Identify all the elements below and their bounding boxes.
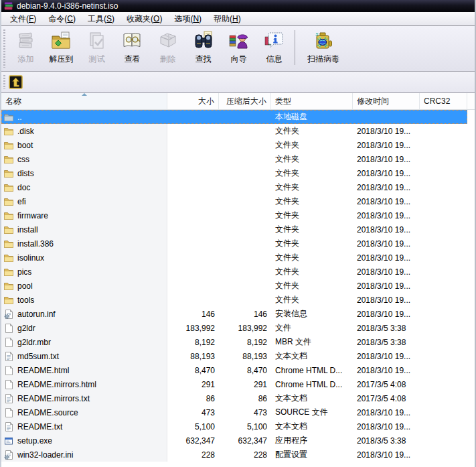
file-row[interactable]: isolinux文件夹2018/3/10 19... bbox=[1, 251, 467, 265]
scan-virus-button[interactable]: 扫描病毒 bbox=[302, 28, 345, 65]
file-row[interactable]: .disk文件夹2018/3/10 19... bbox=[1, 124, 467, 138]
add-button[interactable]: 添加 bbox=[8, 28, 44, 65]
file-modified: 2018/3/5 3:38 bbox=[357, 324, 406, 333]
sort-ascending-icon bbox=[82, 93, 87, 96]
menu-bar: 文件(F)命令(C)工具(S)收藏夹(O)选项(N)帮助(H) bbox=[1, 12, 475, 26]
delete-button[interactable]: 删除 bbox=[150, 28, 185, 65]
file-type: 文本文档 bbox=[275, 421, 307, 432]
file-icon bbox=[3, 365, 14, 376]
folder-icon bbox=[3, 281, 14, 291]
title-bar: debian-9.4.0-i386-netinst.iso bbox=[1, 0, 475, 12]
column-header-label: 名称 bbox=[5, 96, 21, 107]
file-row[interactable]: tools文件夹2018/3/10 19... bbox=[1, 293, 467, 307]
file-modified: 2018/3/10 19... bbox=[357, 450, 410, 460]
file-row[interactable]: efi文件夹2018/3/10 19... bbox=[1, 194, 467, 208]
file-row[interactable]: doc文件夹2018/3/10 19... bbox=[1, 180, 467, 194]
file-list-view: 名称大小压缩后大小类型修改时间CRC32 ..本地磁盘.disk文件夹2018/… bbox=[1, 93, 475, 462]
file-packed-size: 146 bbox=[254, 310, 267, 319]
file-name: README.txt bbox=[17, 422, 62, 431]
file-name: efi bbox=[17, 197, 26, 206]
find-label: 查找 bbox=[195, 54, 212, 65]
column-header-crc32[interactable]: CRC32 bbox=[420, 93, 467, 109]
file-name: .. bbox=[17, 113, 22, 122]
folder-icon bbox=[3, 140, 14, 151]
file-gear-icon bbox=[3, 309, 14, 320]
wizard-button[interactable]: 向导 bbox=[221, 28, 256, 65]
file-row[interactable]: css文件夹2018/3/10 19... bbox=[1, 152, 467, 166]
file-modified: 2018/3/10 19... bbox=[357, 127, 410, 136]
menu-item-help[interactable]: 帮助(H) bbox=[208, 12, 247, 26]
file-modified: 2018/3/10 19... bbox=[357, 422, 410, 431]
add-label: 添加 bbox=[18, 54, 34, 65]
file-modified: 2018/3/10 19... bbox=[357, 197, 410, 206]
file-modified: 2018/3/10 19... bbox=[357, 281, 410, 291]
file-name: g2ldr.mbr bbox=[17, 338, 51, 347]
menu-item-options[interactable]: 选项(N) bbox=[168, 12, 208, 26]
toolbar: 添加解压到测试查看删除查找向导信息扫描病毒 bbox=[1, 26, 475, 72]
folder-icon bbox=[3, 154, 14, 165]
scan-virus-icon bbox=[311, 29, 335, 53]
file-size: 632,347 bbox=[186, 436, 215, 446]
file-modified: 2018/3/10 19... bbox=[357, 239, 410, 249]
column-header-filler bbox=[467, 93, 475, 109]
file-row[interactable]: ..本地磁盘 bbox=[1, 110, 467, 124]
file-modified: 2018/3/10 19... bbox=[357, 310, 410, 319]
file-row[interactable]: README.mirrors.html291291Chrome HTML D..… bbox=[1, 377, 467, 391]
column-header-name[interactable]: 名称 bbox=[1, 93, 167, 109]
folder-icon bbox=[3, 182, 14, 193]
file-row[interactable]: boot文件夹2018/3/10 19... bbox=[1, 138, 467, 152]
up-one-level-button[interactable] bbox=[7, 74, 23, 90]
file-row[interactable]: setup.exe632,347632,347应用程序2018/3/5 3:38 bbox=[1, 433, 467, 448]
file-name: install.386 bbox=[17, 239, 54, 249]
view-button[interactable]: 查看 bbox=[114, 28, 150, 65]
extract-to-button[interactable]: 解压到 bbox=[44, 28, 79, 65]
menu-item-file[interactable]: 文件(F) bbox=[4, 12, 42, 26]
file-row[interactable]: g2ldr183,992183,992文件2018/3/5 3:38 bbox=[1, 321, 467, 335]
file-size: 473 bbox=[202, 408, 215, 417]
file-row[interactable]: README.mirrors.txt8686文本文档2017/3/5 4:08 bbox=[1, 391, 467, 405]
find-button[interactable]: 查找 bbox=[185, 28, 221, 65]
file-row[interactable]: autorun.inf146146安装信息2018/3/10 19... bbox=[1, 307, 467, 321]
info-button[interactable]: 信息 bbox=[256, 28, 292, 65]
extract-to-label: 解压到 bbox=[50, 54, 74, 65]
file-row[interactable]: install.386文件夹2018/3/10 19... bbox=[1, 237, 467, 251]
file-type: 文件夹 bbox=[275, 224, 299, 235]
folder-icon bbox=[3, 168, 14, 179]
menu-item-commands[interactable]: 命令(C) bbox=[42, 12, 82, 26]
folder-icon bbox=[3, 295, 14, 306]
file-type: 配置设置 bbox=[275, 449, 307, 460]
file-name: pics bbox=[17, 267, 31, 277]
file-row[interactable]: win32-loader.ini228228配置设置2018/3/10 19..… bbox=[1, 448, 467, 462]
file-row[interactable]: firmware文件夹2018/3/10 19... bbox=[1, 208, 467, 222]
file-row[interactable]: install文件夹2018/3/10 19... bbox=[1, 222, 467, 237]
file-row[interactable]: md5sum.txt88,19388,193文本文档2018/3/10 19..… bbox=[1, 349, 467, 363]
winrar-app-icon[interactable] bbox=[4, 1, 13, 11]
file-size: 183,992 bbox=[186, 324, 215, 333]
menu-item-tools[interactable]: 工具(S) bbox=[82, 12, 121, 26]
file-packed-size: 183,992 bbox=[238, 324, 267, 333]
file-row[interactable]: dists文件夹2018/3/10 19... bbox=[1, 166, 467, 180]
column-header-size[interactable]: 大小 bbox=[167, 93, 219, 109]
file-row[interactable]: g2ldr.mbr8,1928,192MBR 文件2018/3/5 3:38 bbox=[1, 335, 467, 349]
file-name: README.source bbox=[17, 408, 78, 417]
file-row[interactable]: pics文件夹2018/3/10 19... bbox=[1, 265, 467, 279]
file-modified: 2018/3/10 19... bbox=[357, 366, 410, 375]
file-modified: 2018/3/10 19... bbox=[357, 295, 410, 305]
info-icon bbox=[262, 29, 287, 53]
column-header-type[interactable]: 类型 bbox=[271, 93, 353, 109]
file-row[interactable]: pool文件夹2018/3/10 19... bbox=[1, 279, 467, 293]
file-row[interactable]: README.source473473SOURCE 文件2018/3/10 19… bbox=[1, 405, 467, 419]
file-type: 安装信息 bbox=[275, 308, 307, 320]
file-modified: 2018/3/10 19... bbox=[357, 267, 410, 277]
test-label: 测试 bbox=[89, 54, 105, 65]
file-size: 8,470 bbox=[195, 366, 215, 375]
menu-item-favorites[interactable]: 收藏夹(O) bbox=[121, 12, 168, 26]
column-header-packed[interactable]: 压缩后大小 bbox=[219, 93, 271, 109]
file-type: 文件夹 bbox=[275, 210, 299, 221]
test-button[interactable]: 测试 bbox=[79, 28, 114, 65]
column-header-modified[interactable]: 修改时间 bbox=[353, 93, 420, 109]
file-row[interactable]: README.txt5,1005,100文本文档2018/3/10 19... bbox=[1, 419, 467, 433]
file-row[interactable]: README.html8,4708,470Chrome HTML D...201… bbox=[1, 363, 467, 377]
column-header-label: 大小 bbox=[198, 96, 214, 107]
wizard-icon bbox=[227, 29, 251, 53]
